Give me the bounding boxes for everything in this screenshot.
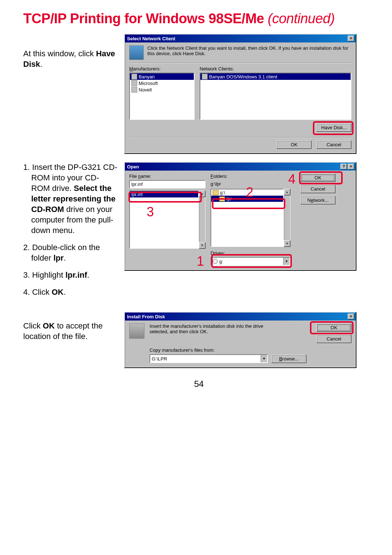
path-select[interactable]: G:\LPR ▼ bbox=[150, 354, 268, 363]
dialog-titlebar: Select Network Client × bbox=[125, 34, 356, 42]
filename-label: File name: bbox=[129, 174, 205, 179]
client-item-icon bbox=[202, 74, 208, 79]
open-dialog: Open ? × File name: lpr.inf lpr.in bbox=[124, 162, 356, 271]
browse-button[interactable]: Browse... bbox=[271, 355, 306, 363]
scroll-up-icon[interactable]: ▲ bbox=[199, 191, 205, 197]
folders-label: Folders: bbox=[211, 174, 290, 179]
install-from-disk-dialog: Install From Disk × Insert the manufactu… bbox=[124, 312, 356, 368]
dialog-title: Select Network Client bbox=[127, 36, 175, 41]
instruction-text: 1. Insert the DP-G321 CD-ROM into your C… bbox=[23, 162, 118, 304]
select-network-client-dialog: Select Network Client × Click the Networ… bbox=[124, 34, 356, 154]
dialog-description: Insert the manufacturer's installation d… bbox=[150, 323, 280, 334]
step-3: 3. Highlight lpr.inf. bbox=[23, 270, 118, 280]
cancel-button[interactable]: Cancel bbox=[317, 335, 351, 343]
section-install-from-disk: Click OK to accept the location of the f… bbox=[23, 312, 375, 368]
list-item[interactable]: lpr.inf bbox=[130, 191, 198, 197]
chevron-down-icon[interactable]: ▼ bbox=[261, 355, 267, 362]
title-sub: (continued) bbox=[268, 11, 335, 26]
page-title: TCP/IP Printing for Windows 98SE/Me (con… bbox=[23, 11, 375, 26]
callout-1: 1 bbox=[197, 255, 204, 268]
dialog-titlebar: Open ? × bbox=[125, 163, 356, 171]
network-button[interactable]: Network... bbox=[301, 196, 335, 204]
vendor-icon bbox=[131, 80, 137, 86]
dialog-titlebar: Install From Disk × bbox=[125, 313, 356, 321]
ok-button[interactable]: OK bbox=[277, 140, 311, 149]
copy-from-label: Copy manufacturer's files from: bbox=[150, 347, 306, 353]
manufacturers-list[interactable]: Banyan Microsoft Novell bbox=[129, 73, 195, 120]
section-have-disk: At this window, click Have Disk. Select … bbox=[23, 34, 375, 154]
callout-2: 2 bbox=[246, 186, 253, 199]
scroll-down-icon[interactable]: ▼ bbox=[284, 240, 290, 247]
filename-input[interactable]: lpr.inf bbox=[129, 180, 205, 188]
scroll-up-icon[interactable]: ▲ bbox=[284, 189, 290, 195]
callout-3: 3 bbox=[147, 205, 154, 219]
page-number: 54 bbox=[23, 379, 375, 389]
help-icon[interactable]: ? bbox=[340, 164, 347, 170]
drives-select[interactable]: g: ▼ bbox=[211, 257, 290, 266]
close-icon[interactable]: × bbox=[348, 314, 354, 319]
file-list[interactable]: lpr.inf bbox=[129, 191, 199, 249]
step-2: 2. Double-click on the folder lpr. bbox=[23, 242, 118, 263]
close-icon[interactable]: × bbox=[348, 36, 354, 41]
disk-icon bbox=[129, 323, 144, 339]
list-item[interactable]: Novell bbox=[130, 86, 194, 93]
list-item[interactable]: Banyan bbox=[130, 73, 194, 80]
vendor-icon bbox=[131, 74, 137, 79]
dialog-description: Click the Network Client that you want t… bbox=[147, 45, 351, 56]
dialog-body: Insert the manufacturer's installation d… bbox=[125, 321, 356, 367]
instruction-text: Click OK to accept the location of the f… bbox=[23, 312, 118, 348]
close-icon[interactable]: × bbox=[348, 164, 354, 170]
network-clients-list[interactable]: Banyan DOS/Windows 3.1 client bbox=[200, 73, 351, 120]
instruction-text: At this window, click Have Disk. bbox=[23, 34, 118, 76]
ok-button[interactable]: OK bbox=[317, 323, 351, 332]
title-main: TCP/IP Printing for Windows 98SE/Me bbox=[23, 11, 268, 26]
scroll-down-icon[interactable]: ▼ bbox=[199, 242, 205, 249]
section-open: 1. Insert the DP-G321 CD-ROM into your C… bbox=[23, 162, 375, 304]
chevron-down-icon[interactable]: ▼ bbox=[283, 258, 290, 265]
network-clients-label: Network Clients: bbox=[200, 66, 351, 72]
step-1: 1. Insert the DP-G321 CD-ROM into your C… bbox=[23, 162, 118, 236]
manufacturers-label: Manufacturers: bbox=[129, 66, 195, 72]
step-4: 4. Click OK. bbox=[23, 287, 118, 297]
dialog-title: Install From Disk bbox=[127, 314, 165, 319]
cd-icon bbox=[213, 259, 218, 264]
drive-folder-icon bbox=[213, 190, 219, 195]
cancel-button[interactable]: Cancel bbox=[317, 140, 351, 149]
drives-label: Drives: bbox=[211, 250, 290, 256]
vendor-icon bbox=[131, 87, 137, 93]
have-disk-button[interactable]: Have Disk... bbox=[317, 123, 351, 132]
dialog-body: File name: lpr.inf lpr.inf ▲ ▼ bbox=[125, 171, 356, 270]
list-item[interactable]: Microsoft bbox=[130, 80, 194, 86]
document-page: TCP/IP Printing for Windows 98SE/Me (con… bbox=[0, 0, 392, 396]
list-item[interactable]: Banyan DOS/Windows 3.1 client bbox=[200, 73, 351, 80]
dialog-title: Open bbox=[127, 164, 139, 170]
client-icon bbox=[129, 45, 144, 60]
cancel-button[interactable]: Cancel bbox=[301, 185, 335, 193]
dialog-body: Click the Network Client that you want t… bbox=[125, 42, 356, 153]
open-folder-icon bbox=[219, 196, 225, 201]
ok-button[interactable]: OK bbox=[301, 174, 335, 182]
callout-4: 4 bbox=[288, 173, 295, 186]
